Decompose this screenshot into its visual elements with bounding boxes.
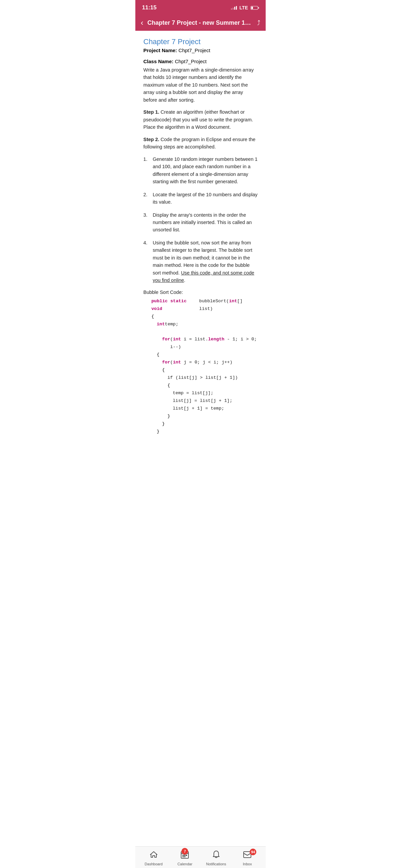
battery-icon <box>250 6 259 10</box>
nav-calendar[interactable]: 7 Calendar <box>173 850 197 866</box>
item-text: Display the array's contents in the orde… <box>153 211 258 234</box>
code-line: list[j + 1] = temp; <box>173 405 258 412</box>
code-line: { <box>157 351 258 359</box>
status-icons: LTE <box>231 5 259 10</box>
step2: Step 2. Code the program in Eclipse and … <box>143 136 258 151</box>
step2-label: Step 2. <box>143 137 159 142</box>
code-line: temp = list[j]; <box>173 390 258 397</box>
list-item: 4. Using the bubble sort, now sort the a… <box>143 239 258 284</box>
item-num: 4. <box>143 239 153 246</box>
status-time: 11:15 <box>142 4 156 11</box>
svg-rect-5 <box>184 855 186 856</box>
list-item: 2. Locate the largest of the 10 numbers … <box>143 191 258 206</box>
code-line: } <box>157 428 258 436</box>
item-text: Using the bubble sort, now sort the arra… <box>153 239 258 284</box>
chapter-title: Chapter 7 Project <box>143 37 258 46</box>
code-line: { <box>162 367 258 374</box>
dashboard-label: Dashboard <box>145 862 163 866</box>
list-item: 1. Generate 10 random integer numbers be… <box>143 155 258 186</box>
notifications-label: Notifications <box>206 862 226 866</box>
inbox-label: Inbox <box>243 862 252 866</box>
code-block: public static void bubbleSort(int[] list… <box>152 298 258 436</box>
step1: Step 1. Create an algorithm (either flow… <box>143 108 258 131</box>
step1-label: Step 1. <box>143 109 159 115</box>
nav-inbox[interactable]: 94 Inbox <box>236 850 259 866</box>
header: ‹ Chapter 7 Project - new Summer 19 3...… <box>135 15 266 31</box>
item-text: Generate 10 random integer numbers betwe… <box>153 155 258 186</box>
description-text: Write a Java program with a single-dimen… <box>143 66 258 104</box>
dashboard-icon <box>149 850 158 861</box>
status-bar: 11:15 LTE <box>135 0 266 15</box>
bottom-nav: Dashboard 7 Calendar Notifi <box>135 846 266 868</box>
content-area: Chapter 7 Project Project Name: Chpt7_Pr… <box>135 31 266 466</box>
header-title: Chapter 7 Project - new Summer 19 3... <box>147 20 253 26</box>
step2-text: Code the program in Eclipse and ensure t… <box>143 137 255 150</box>
item-num: 1. <box>143 155 153 163</box>
list-item: 3. Display the array's contents in the o… <box>143 211 258 234</box>
svg-rect-4 <box>182 855 184 856</box>
class-name-value: Chpt7_Project <box>175 59 206 64</box>
code-line: for (int j = 0; j < i; j++) <box>162 359 258 367</box>
calendar-badge: 7 <box>181 848 188 855</box>
item-text: Locate the largest of the 10 numbers and… <box>153 191 258 206</box>
nav-dashboard[interactable]: Dashboard <box>142 850 165 866</box>
svg-rect-8 <box>184 856 186 857</box>
svg-rect-7 <box>182 856 184 857</box>
class-name-label: Class Name: <box>143 59 173 64</box>
code-line: } <box>162 420 258 428</box>
code-line: { <box>152 313 258 321</box>
code-line: public static void bubbleSort(int[] list… <box>152 298 258 313</box>
calendar-label: Calendar <box>177 862 193 866</box>
project-name-value: Chpt7_Project <box>178 48 210 53</box>
code-line: int temp; <box>157 321 258 328</box>
item-num: 3. <box>143 211 153 219</box>
inbox-badge: 94 <box>249 848 256 855</box>
code-line: for (int i = list.length - 1; i > 0; i--… <box>162 336 258 351</box>
back-button[interactable]: ‹ <box>141 19 143 27</box>
signal-icon <box>231 6 237 10</box>
project-name-line: Project Name: Chpt7_Project <box>143 48 258 53</box>
code-line: } <box>167 412 258 420</box>
lte-label: LTE <box>240 5 248 10</box>
step1-text: Create an algorithm (either flowchart or… <box>143 109 253 130</box>
share-icon[interactable]: ⤴ <box>257 19 260 27</box>
code-line: list[j] = list[j + 1]; <box>173 397 258 405</box>
code-line: if (list[j] > list[j + 1]) <box>167 374 258 382</box>
class-name-line: Class Name: Chpt7_Project <box>143 59 258 64</box>
project-name-label: Project Name: <box>143 48 177 53</box>
notifications-icon <box>211 850 221 861</box>
item-num: 2. <box>143 191 153 198</box>
svg-rect-6 <box>186 855 187 856</box>
steps-list: 1. Generate 10 random integer numbers be… <box>143 155 258 284</box>
nav-notifications[interactable]: Notifications <box>204 850 228 866</box>
bubble-sort-label: Bubble Sort Code: <box>143 289 258 295</box>
code-line: { <box>167 382 258 390</box>
code-line <box>152 328 258 336</box>
